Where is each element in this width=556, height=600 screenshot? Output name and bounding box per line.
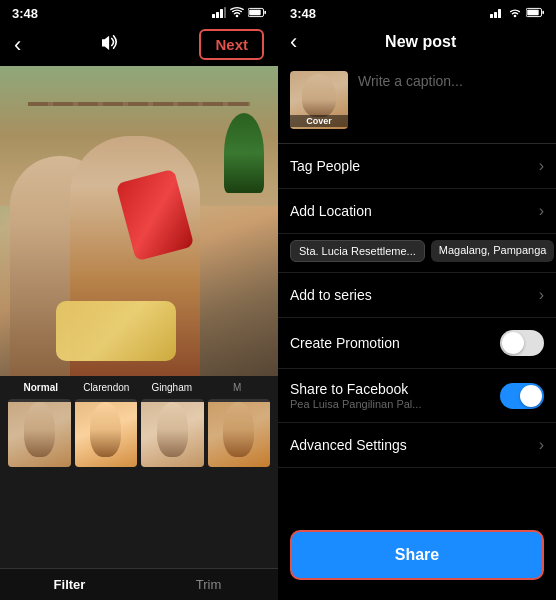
- share-to-facebook-toggle[interactable]: [500, 383, 544, 409]
- right-time: 3:48: [290, 6, 316, 21]
- filter-thumb-clarendon[interactable]: [75, 399, 138, 467]
- create-promotion-toggle[interactable]: [500, 330, 544, 356]
- svg-rect-8: [490, 14, 493, 18]
- menu-item-add-location[interactable]: Add Location ›: [278, 189, 556, 234]
- cover-face: [302, 74, 337, 118]
- share-button[interactable]: Share: [290, 530, 544, 580]
- add-to-series-right: ›: [539, 286, 544, 304]
- fb-row-title: Share to Facebook: [290, 381, 421, 397]
- create-promotion-row[interactable]: Create Promotion: [278, 318, 556, 369]
- battery-icon: [248, 6, 266, 21]
- menu-item-add-to-series[interactable]: Add to series ›: [278, 273, 556, 318]
- svg-rect-3: [224, 7, 226, 18]
- face-clarendon: [90, 402, 121, 456]
- svg-rect-14: [542, 11, 544, 14]
- filter-thumb-inner-clarendon: [75, 402, 138, 467]
- svg-rect-13: [527, 10, 538, 16]
- filter-thumbnails: [0, 399, 278, 467]
- right-header: ‹ New post: [278, 25, 556, 65]
- svg-rect-0: [212, 14, 215, 18]
- filter-label-normal[interactable]: Normal: [8, 382, 74, 393]
- next-button[interactable]: Next: [199, 29, 264, 60]
- tag-people-right: ›: [539, 157, 544, 175]
- back-button[interactable]: ‹: [14, 32, 21, 58]
- filter-thumb-normal[interactable]: [8, 399, 71, 467]
- filter-thumb-inner-normal: [8, 402, 71, 467]
- filter-labels: Normal Clarendon Gingham M: [0, 382, 278, 393]
- filter-thumb-inner-m: [208, 402, 271, 467]
- svg-point-11: [514, 15, 517, 18]
- svg-point-4: [236, 15, 239, 18]
- filter-thumb-gingham[interactable]: [141, 399, 204, 467]
- photo-scene: [0, 66, 278, 376]
- face-normal: [24, 402, 55, 456]
- volume-icon[interactable]: [99, 34, 121, 55]
- fb-row-left: Share to Facebook Pea Luisa Pangilinan P…: [290, 381, 421, 410]
- right-status-icons: [490, 6, 544, 21]
- svg-rect-1: [216, 12, 219, 18]
- fb-toggle-knob: [520, 385, 542, 407]
- create-promotion-label: Create Promotion: [290, 335, 400, 351]
- add-location-label: Add Location: [290, 203, 372, 219]
- right-panel: 3:48 ‹ New post Cover Write a caption...…: [278, 0, 556, 600]
- right-battery-icon: [526, 6, 544, 21]
- filter-thumb-m[interactable]: [208, 399, 271, 467]
- add-to-series-label: Add to series: [290, 287, 372, 303]
- share-to-facebook-row[interactable]: Share to Facebook Pea Luisa Pangilinan P…: [278, 369, 556, 423]
- svg-rect-2: [220, 9, 223, 18]
- food-items: [56, 301, 176, 361]
- filter-label-m[interactable]: M: [205, 382, 271, 393]
- menu-item-tag-people[interactable]: Tag People ›: [278, 144, 556, 189]
- menu-item-advanced-settings[interactable]: Advanced Settings ›: [278, 423, 556, 468]
- right-wifi-icon: [508, 6, 522, 21]
- wifi-icon: [230, 6, 244, 21]
- toggle-knob: [502, 332, 524, 354]
- filter-strip: Normal Clarendon Gingham M: [0, 376, 278, 568]
- chevron-right-icon: ›: [539, 157, 544, 175]
- tab-filter[interactable]: Filter: [0, 577, 139, 592]
- signal-icon: [212, 6, 226, 21]
- advanced-settings-label: Advanced Settings: [290, 437, 407, 453]
- left-toolbar: ‹ Next: [0, 25, 278, 66]
- add-location-right: ›: [539, 202, 544, 220]
- tag-people-label: Tag People: [290, 158, 360, 174]
- caption-area: Cover Write a caption...: [278, 65, 556, 143]
- face-m: [223, 402, 254, 456]
- bottom-tabs: Filter Trim: [0, 568, 278, 600]
- cover-thumbnail: Cover: [290, 71, 348, 129]
- advanced-settings-right: ›: [539, 436, 544, 454]
- right-signal-icon: [490, 6, 504, 21]
- cover-label: Cover: [290, 115, 348, 127]
- face-gingham: [157, 402, 188, 456]
- svg-rect-6: [249, 10, 260, 16]
- main-photo: [0, 66, 278, 376]
- filter-label-clarendon[interactable]: Clarendon: [74, 382, 140, 393]
- fb-row-subtitle: Pea Luisa Pangilinan Pal...: [290, 398, 421, 410]
- chevron-right-icon-3: ›: [539, 286, 544, 304]
- filter-thumb-inner-gingham: [141, 402, 204, 467]
- location-tag-2[interactable]: Magalang, Pampanga: [431, 240, 555, 262]
- share-button-area: Share: [278, 468, 556, 600]
- page-title: New post: [297, 33, 544, 51]
- tab-trim[interactable]: Trim: [139, 577, 278, 592]
- right-status-bar: 3:48: [278, 0, 556, 25]
- filter-label-gingham[interactable]: Gingham: [139, 382, 205, 393]
- svg-rect-9: [494, 12, 497, 18]
- location-tags-row: Sta. Lucia Resettleme... Magalang, Pampa…: [278, 234, 556, 273]
- svg-rect-7: [264, 11, 266, 14]
- left-time: 3:48: [12, 6, 38, 21]
- chevron-right-icon-4: ›: [539, 436, 544, 454]
- svg-rect-10: [498, 9, 501, 18]
- chevron-right-icon-2: ›: [539, 202, 544, 220]
- location-tag-1[interactable]: Sta. Lucia Resettleme...: [290, 240, 425, 262]
- right-back-button[interactable]: ‹: [290, 29, 297, 55]
- left-panel: 3:48 ‹ Next: [0, 0, 278, 600]
- caption-input[interactable]: Write a caption...: [358, 71, 544, 89]
- left-status-icons: [212, 6, 266, 21]
- left-status-bar: 3:48: [0, 0, 278, 25]
